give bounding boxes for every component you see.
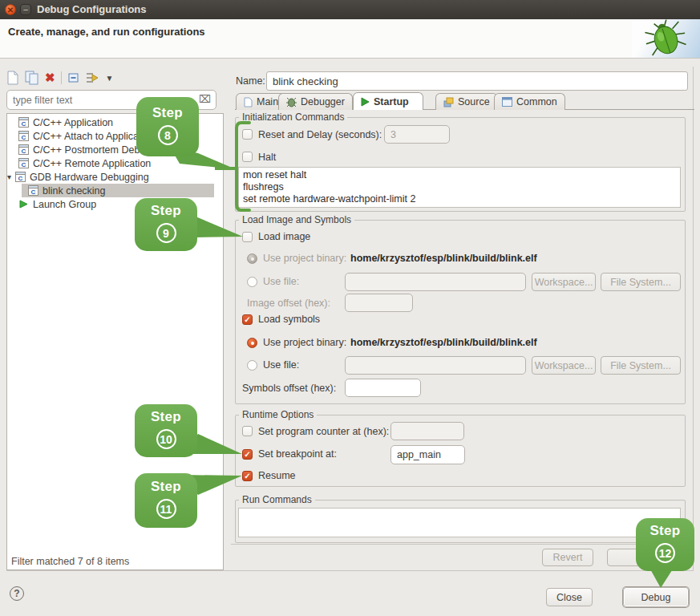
symbols-offset-input[interactable]: [345, 379, 421, 397]
reset-and-delay-checkbox[interactable]: [242, 129, 253, 140]
tab-debugger[interactable]: Debugger: [278, 93, 353, 110]
startup-tab-icon: [361, 97, 370, 107]
symbols-use-project-binary-radio[interactable]: [247, 338, 257, 348]
step-12-badge: Step 12: [636, 518, 694, 571]
symbols-file-input[interactable]: [345, 356, 526, 375]
set-breakpoint-checkbox[interactable]: [242, 449, 253, 460]
set-breakpoint-label: Set breakpoint at:: [258, 448, 337, 460]
tree-item-label: GDB Hardware Debugging: [30, 172, 149, 183]
clear-filter-icon[interactable]: ⌧: [199, 93, 211, 105]
image-workspace-button[interactable]: Workspace...: [532, 273, 596, 291]
beetle-icon: [637, 14, 694, 63]
image-use-file-radio[interactable]: [247, 277, 257, 287]
step-11-badge: Step 11: [135, 473, 197, 528]
image-use-file-label: Use file:: [263, 276, 299, 287]
svg-text:C: C: [18, 175, 23, 182]
step-label: Step: [135, 409, 197, 425]
tab-label: Startup: [374, 96, 409, 107]
resume-checkbox[interactable]: [242, 471, 253, 481]
filter-launch-configurations-icon[interactable]: [86, 71, 100, 84]
common-tab-icon: [502, 97, 512, 107]
image-file-input[interactable]: [345, 273, 526, 291]
help-icon[interactable]: ?: [10, 586, 24, 601]
step-label: Step: [135, 479, 197, 495]
close-button[interactable]: Close: [546, 588, 593, 606]
step-number: 12: [655, 543, 675, 563]
image-filesystem-button[interactable]: File System...: [601, 273, 681, 291]
step-label: Step: [636, 523, 694, 539]
c-application-icon: C: [18, 131, 29, 141]
reset-and-delay-label: Reset and Delay (seconds):: [258, 129, 382, 140]
load-image-symbols-group: [235, 220, 686, 404]
step-9-badge: Step 9: [135, 198, 197, 251]
init-commands-textarea[interactable]: mon reset halt flushregs set remote hard…: [238, 167, 681, 208]
program-counter-input[interactable]: [390, 422, 464, 440]
bug-image-background: [632, 19, 700, 58]
tab-label: Main: [257, 96, 278, 107]
name-label: Name:: [236, 75, 265, 87]
step-8-badge: Step 8: [136, 97, 199, 156]
tab-startup[interactable]: Startup: [353, 92, 423, 110]
tree-item-label: blink checking: [42, 185, 106, 197]
image-offset-input[interactable]: [345, 294, 413, 312]
tree-item-gdb-hardware-debugging[interactable]: ▾ C GDB Hardware Debugging: [7, 170, 223, 184]
expand-arrow-icon[interactable]: ▾: [7, 172, 15, 181]
tab-label: Debugger: [301, 96, 345, 107]
tree-item-blink-checking[interactable]: C blink checking: [22, 184, 214, 197]
symbols-filesystem-button[interactable]: File System...: [601, 356, 681, 375]
tree-item-label: C/C++ Application: [33, 117, 113, 128]
symbols-use-file-radio[interactable]: [247, 360, 257, 371]
svg-text:C: C: [22, 148, 26, 155]
set-program-counter-checkbox[interactable]: [242, 426, 253, 436]
tab-common[interactable]: Common: [494, 93, 565, 110]
run-commands-title: Run Commands: [239, 494, 315, 505]
window-close-button[interactable]: ✕: [5, 4, 16, 15]
debug-button[interactable]: Debug: [623, 587, 689, 607]
symbols-binary-path: home/krzysztof/esp/blink/build/blink.elf: [350, 337, 537, 348]
symbols-workspace-button[interactable]: Workspace...: [532, 356, 596, 375]
load-image-label: Load image: [258, 231, 310, 242]
initialization-commands-title: Initialization Commands: [239, 111, 347, 123]
run-commands-textarea[interactable]: [238, 508, 681, 537]
toolbar-dropdown-chevron-icon[interactable]: ▼: [106, 74, 114, 83]
duplicate-configuration-icon[interactable]: [25, 71, 39, 85]
load-image-checkbox[interactable]: [242, 232, 253, 242]
source-tab-icon: [443, 97, 454, 107]
tab-label: Source: [458, 96, 490, 107]
revert-button[interactable]: Revert: [542, 549, 593, 566]
configurations-toolbar: ✖ ▼: [6, 69, 223, 87]
step-label: Step: [136, 105, 199, 121]
reset-delay-input[interactable]: [384, 125, 450, 144]
load-image-symbols-title: Load Image and Symbols: [239, 214, 354, 225]
symbols-use-file-label: Use file:: [263, 359, 299, 371]
c-application-icon: C: [28, 185, 38, 196]
new-configuration-icon[interactable]: [6, 71, 19, 85]
image-offset-label: Image offset (hex):: [247, 298, 330, 309]
image-use-project-binary-radio[interactable]: [247, 253, 257, 264]
c-application-icon: C: [18, 158, 29, 168]
debugger-tab-icon: [286, 97, 297, 107]
delete-configuration-icon[interactable]: ✖: [45, 71, 55, 85]
collapse-all-icon[interactable]: [67, 71, 80, 84]
tab-source[interactable]: Source: [435, 93, 498, 110]
launch-group-icon: [18, 199, 29, 209]
halt-label: Halt: [258, 152, 276, 163]
name-input[interactable]: [266, 71, 688, 91]
breakpoint-input[interactable]: [390, 445, 465, 464]
svg-text:C: C: [22, 120, 26, 128]
tab-label: Common: [516, 96, 557, 107]
halt-checkbox[interactable]: [242, 152, 253, 162]
dialog-subtitle: Create, manage, and run configurations: [8, 26, 205, 38]
step-10-badge: Step 10: [135, 404, 197, 457]
window-titlebar: ✕ – Debug Configurations: [0, 0, 700, 20]
tree-item-label: C/C++ Remote Application: [33, 158, 151, 169]
load-symbols-checkbox[interactable]: [242, 314, 253, 325]
tree-item-cpp-remote[interactable]: C C/C++ Remote Application: [7, 156, 223, 170]
tree-item-label: Launch Group: [33, 199, 96, 210]
load-symbols-label: Load symbols: [258, 314, 320, 325]
step-number: 8: [158, 125, 178, 145]
toolbar-separator: [61, 71, 62, 84]
window-minimize-button[interactable]: –: [20, 4, 31, 15]
window-title: Debug Configurations: [37, 3, 147, 15]
content-bottom-border: [6, 570, 694, 571]
